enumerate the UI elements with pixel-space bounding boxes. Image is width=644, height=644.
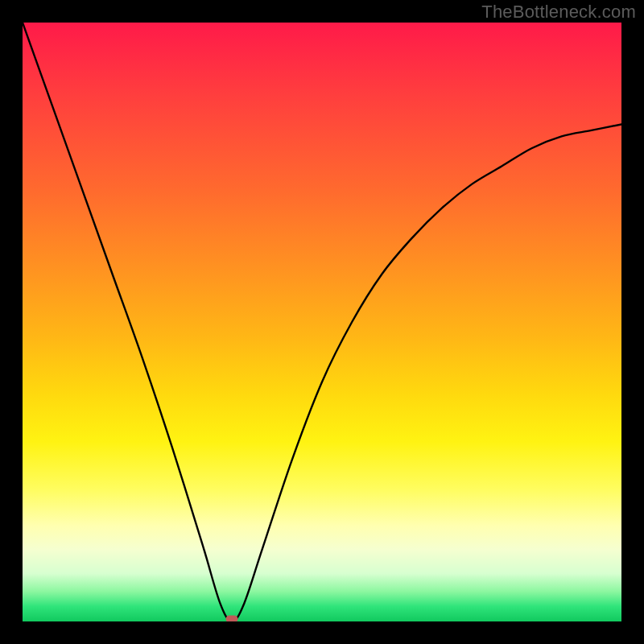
trough-marker <box>226 616 238 622</box>
bottleneck-curve <box>23 23 621 621</box>
chart-frame: TheBottleneck.com <box>0 0 644 644</box>
watermark-text: TheBottleneck.com <box>481 2 636 23</box>
plot-area <box>23 23 621 621</box>
curve-path <box>23 23 621 621</box>
